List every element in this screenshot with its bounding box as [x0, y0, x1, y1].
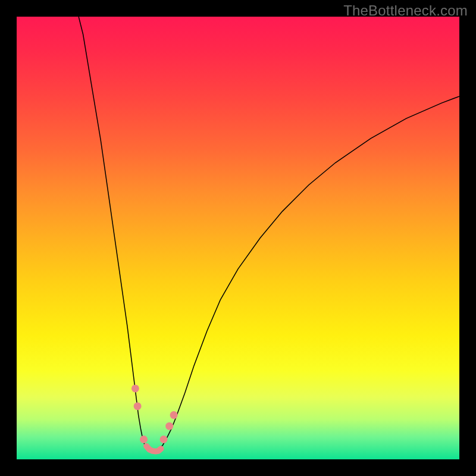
marker-dot — [170, 411, 178, 419]
marker-dot — [134, 402, 142, 410]
watermark-text: TheBottleneck.com — [343, 2, 468, 19]
chart-frame: TheBottleneck.com — [0, 0, 476, 476]
valley-marker-stroke — [146, 446, 161, 452]
marker-dot — [131, 384, 139, 392]
chart-svg-layer — [17, 17, 459, 459]
marker-dot — [160, 436, 168, 443]
left-curve — [79, 17, 149, 450]
marker-dot — [140, 436, 148, 443]
right-curve — [158, 96, 459, 450]
marker-dots-left — [131, 384, 148, 443]
marker-dots-right — [160, 411, 178, 443]
marker-dot — [165, 422, 173, 430]
